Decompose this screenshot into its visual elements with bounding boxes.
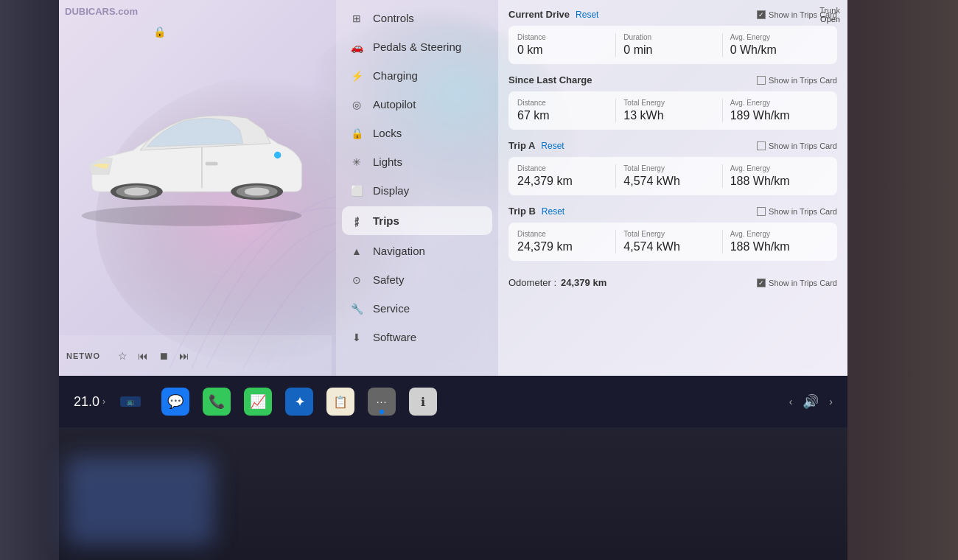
- sidebar-label-trips: Trips: [373, 214, 399, 227]
- trip-a-checkbox[interactable]: [757, 141, 766, 150]
- since-last-charge-checkbox[interactable]: [757, 76, 766, 85]
- music-stop-btn[interactable]: ⏹: [158, 350, 169, 362]
- navigation-icon: ▲: [349, 245, 364, 257]
- odometer-show-trips: ✓ Show in Trips Card: [757, 279, 837, 287]
- trip-a-section: Trip A Reset Show in Trips Card Distance…: [508, 140, 837, 195]
- sidebar-item-service[interactable]: 🔧 Service: [336, 294, 498, 323]
- slc-avg-value: 189 Wh/km: [730, 109, 821, 122]
- version-number: 21.0: [74, 394, 99, 410]
- safety-icon: ⊙: [349, 274, 364, 286]
- sidebar-item-safety[interactable]: ⊙ Safety: [336, 265, 498, 294]
- ambient-light: [66, 457, 214, 545]
- phone-icon-btn[interactable]: 📞: [203, 388, 231, 416]
- trip-a-energy: Total Energy 4,574 kWh: [616, 164, 722, 188]
- notes-icon-btn[interactable]: 📋: [326, 388, 354, 416]
- chart-symbol: 📈: [250, 393, 266, 410]
- volume-icon[interactable]: 🔊: [803, 393, 819, 410]
- version-arrow: ›: [102, 396, 105, 407]
- left-bezel: [0, 0, 59, 560]
- slc-distance-value: 67 km: [517, 109, 608, 122]
- trip-b-checkbox[interactable]: [757, 207, 766, 216]
- car-display-area: [59, 0, 339, 368]
- trip-a-distance-value: 24,379 km: [517, 175, 608, 188]
- bluetooth-icon-btn[interactable]: ✦: [285, 388, 313, 416]
- trip-b-header: Trip B Reset Show in Trips Card: [508, 206, 837, 217]
- taskbar: 21.0 › 📺 💬 📞 📈 ✦ 📋 ··· ℹ ‹: [59, 376, 847, 427]
- music-next-btn[interactable]: ⏭: [179, 350, 189, 362]
- trip-b-show-trips: Show in Trips Card: [757, 207, 837, 216]
- taskbar-icons: 💬 📞 📈 ✦ 📋 ··· ℹ: [161, 388, 437, 416]
- svg-point-2: [82, 206, 302, 226]
- trip-b-energy: Total Energy 4,574 kWh: [616, 230, 722, 253]
- since-last-charge-title: Since Last Charge: [508, 74, 592, 85]
- slc-energy-label: Total Energy: [623, 99, 714, 107]
- info-icon-btn[interactable]: ℹ: [409, 388, 437, 416]
- trip-a-avg-value: 188 Wh/km: [730, 175, 821, 188]
- locks-icon: 🔒: [349, 127, 364, 139]
- chart-icon-btn[interactable]: 📈: [244, 388, 272, 416]
- since-last-charge-header: Since Last Charge Show in Trips Card: [508, 74, 837, 85]
- sidebar-item-lights[interactable]: ✳ Lights: [336, 147, 498, 176]
- trip-b-distance-value: 24,379 km: [517, 240, 608, 253]
- sidebar-label-lights: Lights: [373, 155, 402, 168]
- sidebar-label-autopilot: Autopilot: [373, 98, 416, 111]
- sidebar-item-display[interactable]: ⬜ Display: [336, 176, 498, 205]
- trip-b-avg-value: 188 Wh/km: [730, 240, 821, 253]
- trip-b-reset-btn[interactable]: Reset: [542, 206, 564, 217]
- sidebar-label-locks: Locks: [373, 127, 402, 139]
- music-controls[interactable]: ☆ ⏮ ⏹ ⏭: [118, 350, 189, 362]
- more-icon-btn[interactable]: ···: [368, 388, 396, 416]
- sidebar-item-trips[interactable]: 𝄰 Trips: [342, 206, 492, 235]
- odometer-label: Odometer :: [508, 277, 556, 288]
- sidebar-item-software[interactable]: ⬇ Software: [336, 323, 498, 351]
- trip-a-distance: Distance 24,379 km: [517, 164, 616, 188]
- right-bezel: [847, 0, 958, 560]
- sidebar-item-pedals[interactable]: 🚗 Pedals & Steering: [336, 32, 498, 61]
- sidebar-label-safety: Safety: [373, 273, 405, 286]
- slc-avg-energy: Avg. Energy 189 Wh/km: [723, 99, 828, 122]
- since-last-charge-show-trips: Show in Trips Card: [757, 76, 837, 85]
- bluetooth-symbol: ✦: [295, 395, 304, 409]
- service-icon: 🔧: [349, 303, 364, 315]
- music-prev-btn[interactable]: ⏮: [138, 350, 148, 362]
- slc-distance-label: Distance: [517, 99, 608, 107]
- chat-icon-btn[interactable]: 💬: [161, 388, 189, 416]
- lights-icon: ✳: [349, 156, 364, 168]
- music-bar: NETWO ☆ ⏮ ⏹ ⏭: [59, 335, 332, 376]
- lock-icon: 🔒: [153, 26, 166, 38]
- sidebar-item-navigation[interactable]: ▲ Navigation: [336, 237, 498, 265]
- slc-avg-label: Avg. Energy: [730, 99, 821, 107]
- music-station: NETWO: [66, 351, 100, 360]
- display-icon: ⬜: [349, 185, 364, 197]
- nav-left-btn[interactable]: ‹: [789, 396, 793, 407]
- sidebar-label-display: Display: [373, 184, 409, 197]
- trip-a-header: Trip A Reset Show in Trips Card: [508, 140, 837, 151]
- sidebar-item-charging[interactable]: ⚡ Charging: [336, 61, 498, 90]
- dots-symbol: ···: [377, 396, 388, 407]
- svg-point-6: [125, 187, 150, 195]
- sidebar-item-locks[interactable]: 🔒 Locks: [336, 119, 498, 147]
- music-favorite-btn[interactable]: ☆: [118, 350, 127, 362]
- trip-b-avg-energy: Avg. Energy 188 Wh/km: [723, 230, 828, 253]
- notes-symbol: 📋: [333, 395, 348, 409]
- sidebar-label-software: Software: [373, 331, 416, 343]
- trip-a-energy-label: Total Energy: [623, 164, 714, 172]
- duration-value: 0 min: [623, 43, 714, 57]
- odometer-value: 24,379 km: [561, 277, 606, 288]
- nav-right-btn[interactable]: ›: [829, 396, 833, 407]
- odometer-checkbox[interactable]: ✓: [757, 279, 766, 287]
- sidebar-item-autopilot[interactable]: ◎ Autopilot: [336, 90, 498, 119]
- svg-point-9: [245, 187, 270, 195]
- pedals-icon: 🚗: [349, 41, 364, 53]
- trip-a-avg-label: Avg. Energy: [730, 164, 821, 172]
- trip-a-reset-btn[interactable]: Reset: [541, 141, 564, 151]
- trip-b-title: Trip B Reset: [508, 206, 564, 217]
- duration-label: Duration: [623, 33, 714, 41]
- since-last-charge-stats-card: Distance 67 km Total Energy 13 kWh Avg. …: [508, 91, 837, 130]
- trip-b-energy-label: Total Energy: [623, 230, 714, 238]
- current-drive-energy: Avg. Energy 0 Wh/km: [723, 33, 828, 57]
- current-drive-stats-card: Distance 0 km Duration 0 min Avg. Energy…: [508, 26, 837, 64]
- slc-energy-value: 13 kWh: [623, 109, 714, 122]
- svg-point-10: [274, 152, 281, 158]
- avg-energy-label: Avg. Energy: [730, 33, 821, 41]
